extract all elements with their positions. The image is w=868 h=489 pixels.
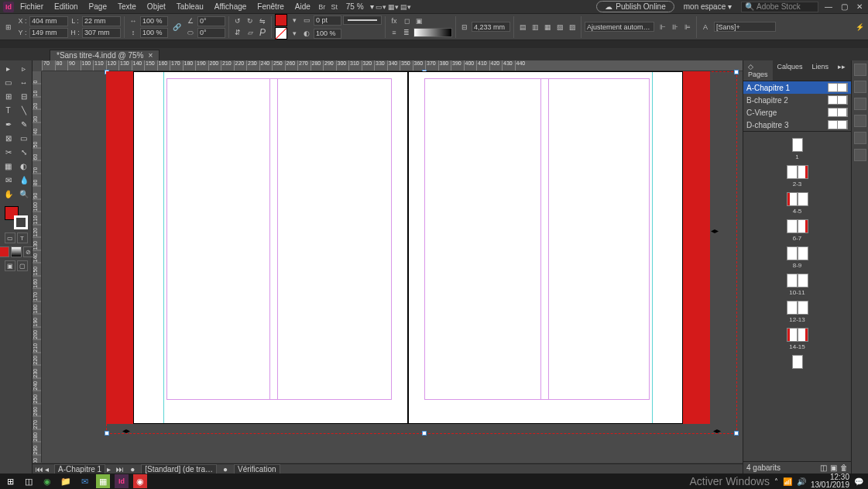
transform-icon[interactable]: ▱ xyxy=(245,27,256,38)
content-collector-tool[interactable]: ⊞ xyxy=(2,90,15,102)
pages-list[interactable]: 12-34-56-78-910-1112-1314-15 xyxy=(743,132,851,461)
rotate-ccw-icon[interactable]: ↺ xyxy=(232,15,243,26)
menu-edit[interactable]: Edition xyxy=(50,1,83,12)
formatting-container-icon[interactable]: ▭ xyxy=(5,232,15,243)
preview-view-icon[interactable]: ▢ xyxy=(17,260,28,271)
dist-l-icon[interactable]: ⊩ xyxy=(657,22,668,33)
fill-dropdown-icon[interactable]: ▾ xyxy=(289,15,300,26)
view-options-icon[interactable]: ▭▾ xyxy=(376,2,386,12)
app2-icon[interactable]: ◉ xyxy=(133,474,147,488)
next-spread-button[interactable]: ▸ xyxy=(107,465,115,474)
normal-view-icon[interactable]: ▣ xyxy=(5,260,15,271)
master-item[interactable]: A-Chapitre 1 xyxy=(743,81,851,94)
close-button[interactable]: ✕ xyxy=(854,2,865,12)
menu-help[interactable]: Aide xyxy=(290,1,315,12)
lightning-icon[interactable]: ⚡ xyxy=(854,22,865,33)
stroke-dropdown-icon[interactable]: ▾ xyxy=(289,28,300,39)
apply-gradient-icon[interactable] xyxy=(11,246,22,257)
menu-object[interactable]: Objet xyxy=(142,1,170,12)
pencil-tool[interactable]: ✎ xyxy=(17,118,31,130)
vertical-ruler[interactable]: 0102030405060708090100110120130140150160… xyxy=(33,71,42,463)
page-thumbnail[interactable] xyxy=(792,355,803,370)
wrap2-icon[interactable]: ▥ xyxy=(530,22,540,33)
delete-page-icon[interactable]: 🗑 xyxy=(840,463,848,472)
menu-table[interactable]: Tableau xyxy=(172,1,208,12)
corner-icon[interactable]: ◻ xyxy=(401,15,412,26)
x-field[interactable]: 404 mm xyxy=(29,16,68,26)
wrap-none-icon[interactable]: ▣ xyxy=(413,15,424,26)
flip-h-icon[interactable]: ⇋ xyxy=(257,15,268,26)
opacity-field[interactable]: 100 % xyxy=(314,29,341,39)
chrome-icon[interactable]: ◉ xyxy=(40,474,54,488)
apply-color-icon[interactable] xyxy=(0,246,9,257)
type-tool[interactable]: T xyxy=(2,104,15,116)
last-spread-button[interactable]: ⏭ xyxy=(116,465,124,474)
menu-page[interactable]: Page xyxy=(84,1,112,12)
app1-icon[interactable]: ▦ xyxy=(96,474,110,488)
stroke-panel-icon[interactable] xyxy=(854,115,866,127)
w-field[interactable]: 22 mm xyxy=(82,16,121,26)
note-tool[interactable]: ✉ xyxy=(2,174,15,186)
page-tool[interactable]: ▭ xyxy=(2,76,15,88)
zoom-arrow-icon[interactable]: ▾ xyxy=(370,2,374,11)
arrange-icon[interactable]: ▤▾ xyxy=(400,2,411,12)
gradient-tool[interactable]: ▦ xyxy=(2,160,15,172)
page-thumbnail[interactable]: 8-9 xyxy=(787,246,808,269)
zoom-tool[interactable]: 🔍 xyxy=(17,188,31,200)
start-button[interactable]: ⊞ xyxy=(3,474,17,488)
direct-selection-tool[interactable]: ▹ xyxy=(17,62,31,74)
dist-r-icon[interactable]: ⊫ xyxy=(682,22,693,33)
scale-x-field[interactable]: 100 % xyxy=(140,16,168,26)
page-thumbnail[interactable]: 1 xyxy=(792,138,803,160)
wrap3-icon[interactable]: ▦ xyxy=(542,22,553,33)
flip-v-icon[interactable]: ⇵ xyxy=(232,27,243,38)
free-transform-tool[interactable]: ⤡ xyxy=(17,146,31,158)
maximize-button[interactable]: ▢ xyxy=(839,2,849,12)
publish-online-button[interactable]: Publish Online xyxy=(596,1,674,12)
current-page-dropdown[interactable]: A-Chapitre 1 xyxy=(54,464,105,474)
menu-window[interactable]: Fenêtre xyxy=(252,1,288,12)
screen-mode-icon[interactable]: ▦▾ xyxy=(388,2,399,12)
reference-point-icon[interactable]: ⊞ xyxy=(3,22,14,33)
panel-collapse-icon[interactable]: ▸▸ xyxy=(833,60,850,81)
wrap1-icon[interactable]: ▤ xyxy=(517,22,528,33)
page-thumbnail[interactable]: 2-3 xyxy=(787,165,808,188)
minimize-button[interactable]: — xyxy=(823,2,834,12)
scissors-tool[interactable]: ✂ xyxy=(2,146,15,158)
prev-spread-button[interactable]: ◂ xyxy=(45,465,53,474)
fill-stroke-proxy[interactable] xyxy=(5,206,28,229)
formatting-text-icon[interactable]: T xyxy=(17,232,28,243)
stroke-weight-field[interactable]: 0 pt xyxy=(314,15,341,26)
workspace-switcher[interactable]: mon espace ▾ xyxy=(679,1,736,12)
new-page-icon[interactable]: ▣ xyxy=(830,463,837,472)
content-placer-tool[interactable]: ⊟ xyxy=(17,90,31,102)
fitting-dropdown[interactable]: Ajustement autom… xyxy=(585,22,654,32)
master-spread[interactable]: ◂▸ xyxy=(133,71,683,424)
page-thumbnail[interactable]: 4-5 xyxy=(787,192,808,215)
task-view-icon[interactable]: ◫ xyxy=(22,474,36,488)
cc-libraries-icon[interactable] xyxy=(854,64,866,76)
fx-icon[interactable]: fx xyxy=(389,15,400,26)
volume-icon[interactable]: 🔊 xyxy=(797,477,806,486)
preflight-profile-dropdown[interactable]: [Standard] (de tra… xyxy=(141,464,217,474)
clock[interactable]: 12:3013/01/2019 xyxy=(811,474,849,489)
edit-page-size-icon[interactable]: ◫ xyxy=(820,463,827,472)
page-thumbnail[interactable]: 6-7 xyxy=(787,219,808,242)
stroke-swatch[interactable] xyxy=(275,27,287,40)
stock-icon[interactable]: St xyxy=(329,2,340,12)
page-thumbnail[interactable]: 10-11 xyxy=(787,274,808,296)
explorer-icon[interactable]: 📁 xyxy=(59,474,73,488)
y-field[interactable]: 149 mm xyxy=(29,28,68,38)
gradient-swatch[interactable] xyxy=(413,28,452,37)
rectangle-frame-tool[interactable]: ⊠ xyxy=(2,132,15,144)
scale-y-field[interactable]: 100 % xyxy=(140,28,168,38)
menu-file[interactable]: Fichier xyxy=(15,1,48,12)
tab-pages[interactable]: ◇ Pages xyxy=(743,60,773,81)
errors-icon[interactable]: ● xyxy=(223,465,228,474)
master-item[interactable]: B-chapitre 2 xyxy=(743,94,851,106)
align-left-icon[interactable]: ≡ xyxy=(389,27,400,38)
gap-field[interactable]: 4,233 mm xyxy=(472,22,510,32)
eyedropper-tool[interactable]: 💧 xyxy=(17,174,31,186)
color-icon[interactable] xyxy=(854,81,866,93)
paragraph-icon[interactable]: P xyxy=(257,27,268,38)
